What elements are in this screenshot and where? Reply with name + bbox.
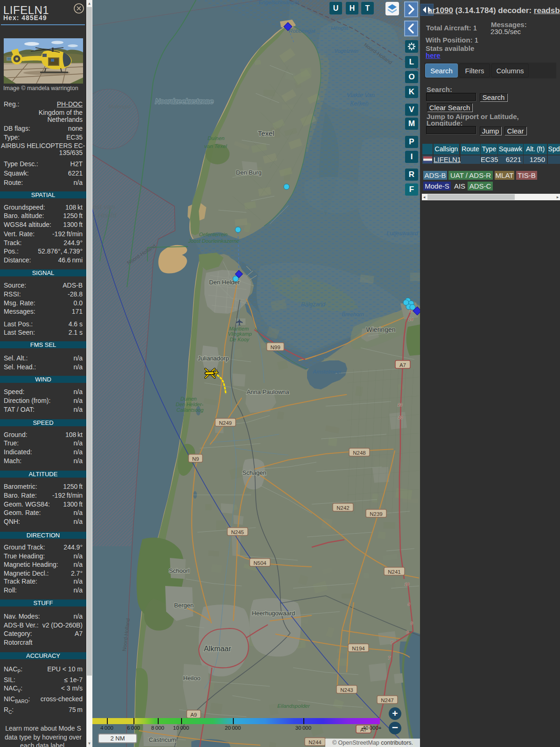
svg-text:Vogelzwin: Vogelzwin: [334, 48, 358, 54]
svg-text:8: 8: [406, 630, 408, 634]
svg-text:N239: N239: [370, 511, 383, 517]
svg-text:Joost Dourleinkazerne: Joost Dourleinkazerne: [188, 238, 239, 244]
svg-text:10: 10: [405, 582, 409, 586]
svg-text:West van: West van: [92, 203, 115, 211]
svg-text:Oefenterrein: Oefenterrein: [199, 232, 227, 237]
svg-text:Heerhugowaard: Heerhugowaard: [252, 610, 295, 617]
svg-text:Julianadorp: Julianadorp: [197, 355, 229, 362]
svg-text:Alkmaar: Alkmaar: [204, 645, 231, 653]
svg-text:9: 9: [407, 602, 410, 606]
svg-text:Texel: Texel: [258, 129, 274, 137]
svg-text:N244: N244: [308, 740, 322, 745]
svg-text:Schoorl: Schoorl: [169, 567, 189, 574]
svg-text:van Texel: van Texel: [204, 143, 227, 149]
svg-text:N504: N504: [253, 560, 266, 566]
svg-text:N247: N247: [381, 698, 394, 703]
svg-text:Bergen: Bergen: [174, 602, 194, 609]
svg-text:Robbengat: Robbengat: [289, 28, 315, 34]
svg-text:Den Burg: Den Burg: [236, 169, 262, 176]
svg-text:Amstelmeer: Amstelmeer: [312, 369, 342, 374]
svg-text:8: 8: [410, 621, 413, 626]
svg-text:Castricum: Castricum: [149, 736, 176, 743]
svg-text:13: 13: [398, 415, 403, 420]
svg-text:13: 13: [398, 402, 402, 407]
svg-text:De Kooy: De Kooy: [230, 337, 250, 342]
svg-text:Schagen: Schagen: [242, 469, 266, 476]
svg-text:Anna Paulowna: Anna Paulowna: [246, 388, 289, 395]
svg-text:Heiloo: Heiloo: [183, 675, 201, 682]
svg-text:14: 14: [408, 317, 413, 322]
svg-text:Vlakte Van: Vlakte Van: [347, 92, 375, 99]
svg-text:Duinen: Duinen: [208, 135, 224, 141]
svg-text:Duinen: Duinen: [181, 396, 197, 402]
svg-text:N9: N9: [192, 456, 199, 462]
svg-text:Wieringen: Wieringen: [366, 326, 395, 333]
svg-text:Balgzand: Balgzand: [301, 301, 326, 308]
svg-text:N242: N242: [336, 505, 350, 511]
svg-text:N241: N241: [388, 569, 401, 575]
svg-text:N194: N194: [352, 646, 365, 651]
svg-text:N249: N249: [219, 420, 232, 426]
svg-text:Lutjeswaard: Lutjeswaard: [386, 230, 418, 237]
svg-text:Kerken: Kerken: [350, 100, 369, 107]
svg-text:Hengst: Hengst: [331, 25, 348, 31]
svg-text:Noordzeekustzone: Noordzeekustzone: [155, 97, 213, 105]
svg-text:A9: A9: [190, 712, 197, 718]
svg-text:A7: A7: [399, 362, 406, 368]
svg-text:Kaap Hoofd: Kaap Hoofd: [92, 211, 117, 219]
svg-text:Eilandspolder: Eilandspolder: [277, 703, 310, 709]
svg-text:Vliegkamp: Vliegkamp: [228, 331, 252, 337]
svg-text:N248: N248: [353, 450, 366, 456]
svg-text:Molengat: Molengat: [108, 104, 131, 109]
svg-text:Callantsoog: Callantsoog: [176, 407, 204, 413]
svg-text:N245: N245: [231, 529, 244, 535]
svg-text:N243: N243: [340, 687, 353, 693]
svg-text:Engelschmangat: Engelschmangat: [259, 0, 299, 5]
svg-text:Breehorn: Breehorn: [342, 311, 364, 317]
svg-text:Den Helder-: Den Helder-: [175, 402, 203, 407]
svg-text:N99: N99: [270, 345, 280, 350]
